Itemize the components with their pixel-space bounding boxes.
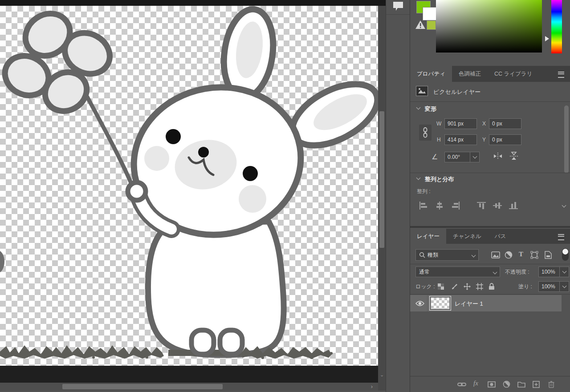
layer-filtering-toggle[interactable] [562, 248, 569, 261]
filter-type-layers-icon[interactable]: T [519, 251, 523, 258]
layer-style-fx-icon[interactable]: fx [473, 380, 478, 387]
layer-type-label: ピクセルレイヤー [433, 88, 480, 96]
tab-paths[interactable]: パス [488, 229, 513, 244]
layer-name[interactable]: レイヤー 1 [455, 300, 483, 308]
align-horizontal-centers-icon[interactable] [435, 202, 444, 210]
canvas-pasteboard-bottom [0, 366, 378, 383]
height-field[interactable]: 414 px [444, 134, 477, 145]
lock-transparent-pixels-icon[interactable] [438, 283, 444, 290]
align-right-edges-icon[interactable] [451, 202, 460, 210]
speech-bubble-icon [392, 1, 404, 12]
gamut-warning-swatch[interactable] [427, 20, 436, 30]
filter-kind-value: 種類 [428, 251, 438, 259]
layers-panel-menu-icon[interactable] [558, 234, 564, 240]
y-field[interactable]: 0 px [489, 134, 521, 145]
layer-filter-kind-select[interactable]: 種類 [415, 249, 479, 261]
tab-channels[interactable]: チャンネル [446, 229, 488, 244]
tab-layers[interactable]: レイヤー [410, 229, 446, 244]
document-canvas[interactable] [0, 6, 378, 366]
fill-label: 塗り : [518, 283, 532, 291]
canvas-pasteboard-top [0, 0, 386, 6]
align-top-edges-icon[interactable] [477, 202, 486, 210]
search-icon [419, 252, 425, 258]
lock-label: ロック : [415, 283, 435, 291]
comment-panel-button[interactable] [386, 0, 410, 15]
tab-adjustments[interactable]: 色調補正 [452, 66, 488, 82]
tab-properties[interactable]: プロパティ [410, 66, 452, 82]
flip-vertical-icon[interactable] [510, 151, 518, 160]
new-layer-icon[interactable] [533, 381, 540, 388]
layers-bottom-toolbar: fx [410, 376, 570, 392]
w-label: W [436, 121, 441, 127]
collapsed-panel-dock [386, 0, 410, 392]
horizontal-scrollbar[interactable]: › [0, 383, 378, 391]
layer-row[interactable]: レイヤー 1 [410, 295, 562, 311]
background-color-swatch[interactable] [423, 7, 437, 20]
align-left-edges-icon[interactable] [419, 202, 428, 210]
blend-mode-value: 通常 [419, 268, 430, 276]
filter-smart-objects-icon[interactable] [545, 251, 552, 259]
new-group-folder-icon[interactable] [517, 381, 525, 388]
lock-all-icon[interactable] [489, 283, 495, 290]
photoshop-window: › ⌄ プロパティ 色調補正 CC ライブラリ [0, 0, 570, 392]
scroll-down-arrow-icon[interactable]: ⌄ [380, 372, 384, 378]
delete-layer-trash-icon[interactable] [548, 380, 554, 388]
link-dimensions-button[interactable] [419, 125, 432, 141]
x-field[interactable]: 0 px [489, 118, 521, 129]
lock-position-icon[interactable] [464, 283, 471, 290]
scroll-right-arrow-icon[interactable]: › [371, 383, 373, 390]
transform-section-chevron-icon[interactable] [416, 105, 421, 110]
align-section-chevron-icon[interactable] [416, 176, 421, 180]
filter-adjustment-layers-icon[interactable] [505, 251, 513, 259]
layer-thumbnail[interactable] [431, 297, 450, 309]
fill-dropdown-button[interactable] [559, 281, 569, 292]
angle-field[interactable]: 0.00° [444, 152, 470, 162]
align-label: 整列 : [417, 188, 431, 195]
transform-section-title: 変形 [425, 105, 436, 113]
angle-icon: ∠ [432, 153, 438, 161]
chain-link-icon [422, 127, 428, 138]
hue-slider-pointer[interactable] [545, 36, 549, 41]
flip-horizontal-icon[interactable] [493, 153, 503, 160]
new-adjustment-layer-icon[interactable] [503, 380, 510, 388]
align-bottom-edges-icon[interactable] [509, 202, 518, 210]
fill-field[interactable]: 100% [538, 281, 560, 292]
width-field[interactable]: 901 px [444, 118, 477, 129]
horizontal-scrollbar-thumb[interactable] [62, 384, 223, 389]
properties-panel-menu-icon[interactable] [558, 72, 564, 78]
align-more-options-chevron-icon[interactable] [562, 203, 566, 208]
color-saturation-field[interactable] [436, 0, 542, 53]
x-label: X [482, 121, 486, 127]
align-section-title: 整列と分布 [425, 175, 454, 183]
layers-tabbar: レイヤー チャンネル パス [410, 229, 570, 244]
rabbit-artwork [0, 6, 378, 366]
align-vertical-centers-icon[interactable] [493, 202, 502, 210]
lock-artboard-icon[interactable] [476, 283, 483, 290]
h-label: H [437, 137, 441, 143]
filter-shape-layers-icon[interactable] [530, 251, 538, 259]
vertical-scrollbar[interactable]: ⌄ [378, 6, 386, 391]
panel-column: プロパティ 色調補正 CC ライブラリ ピクセルレイヤー 変形 W 901 px… [410, 0, 570, 392]
properties-tabbar: プロパティ 色調補正 CC ライブラリ [410, 66, 570, 82]
tab-cc-libraries[interactable]: CC ライブラリ [488, 66, 539, 82]
properties-scrollbar-thumb[interactable] [564, 105, 569, 173]
y-label: Y [482, 137, 486, 143]
add-layer-mask-icon[interactable] [488, 381, 496, 388]
angle-dropdown-button[interactable] [470, 152, 480, 162]
lock-image-pixels-icon[interactable] [451, 283, 458, 290]
vertical-scrollbar-thumb[interactable] [379, 111, 384, 248]
blend-mode-select[interactable]: 通常 [415, 267, 500, 277]
link-layers-icon[interactable] [457, 382, 466, 387]
opacity-label: 不透明度 : [505, 268, 529, 276]
gamut-warning-icon[interactable] [415, 20, 426, 29]
opacity-field[interactable]: 100% [538, 267, 560, 277]
opacity-dropdown-button[interactable] [559, 267, 569, 277]
filter-pixel-layers-icon[interactable] [491, 251, 500, 259]
pixel-layer-icon [416, 86, 428, 96]
hue-slider[interactable] [551, 0, 562, 53]
layer-visibility-eye-icon[interactable] [415, 300, 424, 307]
